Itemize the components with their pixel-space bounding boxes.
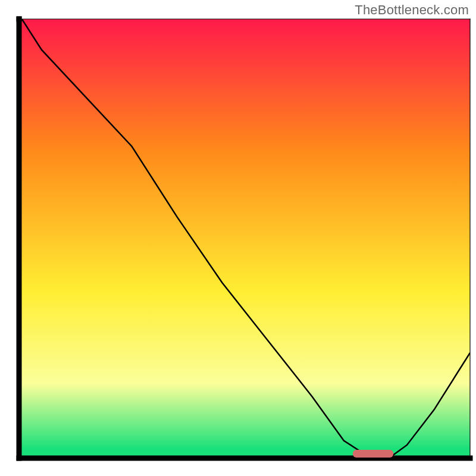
optimal-range-marker: [353, 450, 393, 458]
bottleneck-chart: [0, 0, 476, 476]
attribution-label: TheBottleneck.com: [355, 2, 469, 18]
gradient-background: [19, 19, 470, 458]
chart-canvas: TheBottleneck.com: [0, 0, 476, 476]
